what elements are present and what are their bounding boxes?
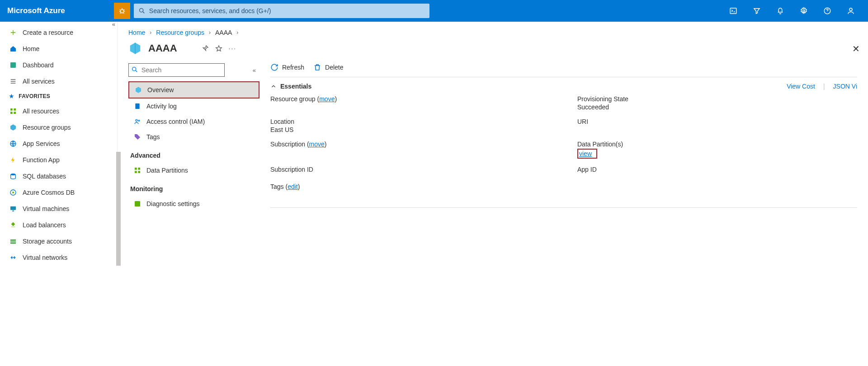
topbar: Microsoft Azure: [0, 0, 868, 22]
move-rg-link[interactable]: move: [319, 95, 335, 103]
feedback-icon[interactable]: [841, 1, 861, 21]
svg-rect-15: [10, 206, 16, 210]
grid-icon: [9, 107, 17, 115]
star-icon: ★: [9, 93, 14, 99]
essentials-header: Essentials View Cost | JSON Vi: [270, 77, 857, 95]
people-icon: [134, 118, 141, 125]
breadcrumb-home[interactable]: Home: [128, 29, 145, 36]
nav-home[interactable]: Home: [0, 41, 117, 57]
submenu-label: Activity log: [146, 103, 177, 110]
svg-point-0: [120, 9, 124, 13]
submenu-overview[interactable]: Overview: [128, 81, 259, 99]
cloud-shell-icon[interactable]: [723, 1, 743, 21]
nav-all-services[interactable]: All services: [0, 73, 117, 89]
collapse-submenu-icon[interactable]: «: [253, 67, 256, 74]
nav-virtual-machines[interactable]: Virtual machines: [0, 201, 117, 217]
svg-rect-23: [135, 168, 137, 170]
field-subscription: Subscription (move): [270, 141, 550, 159]
svg-rect-17: [10, 241, 16, 242]
chevron-right-icon: ›: [209, 29, 211, 36]
chevron-right-icon: ›: [236, 29, 238, 36]
globe-icon: [9, 140, 17, 148]
log-icon: [134, 103, 141, 110]
global-search[interactable]: [134, 4, 429, 18]
breadcrumb: Home › Resource groups › AAAA ›: [128, 29, 857, 36]
svg-rect-6: [10, 62, 16, 68]
nav-label: Load balancers: [23, 221, 66, 229]
button-label: Delete: [325, 64, 343, 71]
view-cost-link[interactable]: View Cost: [787, 83, 815, 90]
tag-icon: [134, 133, 141, 141]
star-outline-icon[interactable]: [215, 45, 222, 52]
notifications-icon[interactable]: [770, 1, 790, 21]
cube-icon: [135, 86, 142, 94]
divider: [270, 207, 857, 208]
submenu-access-control[interactable]: Access control (IAM): [128, 114, 259, 129]
submenu-label: Diagnostic settings: [146, 200, 200, 207]
page-title: AAAA: [148, 42, 177, 54]
svg-rect-18: [10, 243, 16, 244]
global-search-input[interactable]: [149, 7, 425, 14]
svg-rect-16: [10, 239, 16, 241]
database-icon: [9, 172, 17, 180]
close-icon[interactable]: ✕: [852, 43, 860, 54]
submenu-data-partitions[interactable]: Data Partitions: [128, 163, 259, 178]
svg-rect-7: [10, 108, 13, 111]
search-icon: [138, 7, 146, 14]
nav-app-services[interactable]: App Services: [0, 136, 117, 152]
breadcrumb-rg[interactable]: Resource groups: [156, 29, 204, 36]
json-view-link[interactable]: JSON Vi: [833, 83, 857, 90]
button-label: Refresh: [282, 64, 304, 71]
nav-function-app[interactable]: Function App: [0, 152, 117, 168]
submenu-heading-advanced: Advanced: [128, 145, 259, 163]
edit-tags-link[interactable]: edit: [288, 183, 298, 190]
help-icon[interactable]: [817, 1, 837, 21]
nav-virtual-networks[interactable]: Virtual networks: [0, 249, 117, 266]
field-app-id: App ID: [577, 166, 857, 173]
svg-point-14: [12, 192, 14, 193]
filter-icon[interactable]: [747, 1, 767, 21]
refresh-button[interactable]: Refresh: [270, 63, 304, 71]
nav-label: Virtual networks: [23, 254, 67, 261]
submenu-diagnostic-settings[interactable]: Diagnostic settings: [128, 196, 259, 211]
collapse-leftnav-icon[interactable]: «: [112, 21, 115, 28]
nav-load-balancers[interactable]: Load balancers: [0, 217, 117, 233]
field-subscription-id: Subscription ID: [270, 166, 550, 173]
bolt-icon: [9, 156, 17, 164]
svg-rect-10: [14, 112, 16, 114]
more-icon[interactable]: ···: [229, 45, 237, 52]
detail-pane: Refresh Delete Essentials View Cost | JS…: [270, 63, 857, 211]
settings-icon[interactable]: [794, 1, 814, 21]
move-sub-link[interactable]: move: [309, 141, 325, 148]
svg-point-1: [139, 9, 143, 12]
load-balancer-icon: [9, 221, 17, 229]
svg-point-21: [136, 119, 137, 121]
field-data-partitions: Data Partition(s) view: [577, 141, 857, 159]
submenu-tags[interactable]: Tags: [128, 129, 259, 145]
delete-button[interactable]: Delete: [313, 63, 343, 71]
chevron-up-icon[interactable]: [270, 83, 277, 89]
nav-resource-groups[interactable]: Resource groups: [0, 119, 117, 136]
submenu-search-input[interactable]: [128, 63, 225, 77]
grid-icon: [134, 167, 141, 174]
search-icon: [131, 66, 138, 73]
home-icon: [9, 45, 17, 53]
toolbar: Refresh Delete: [270, 63, 857, 77]
pin-icon[interactable]: [202, 45, 209, 52]
nav-all-resources[interactable]: All resources: [0, 103, 117, 119]
svg-point-22: [138, 120, 140, 122]
debug-icon[interactable]: [114, 3, 130, 19]
nav-cosmos-db[interactable]: Azure Cosmos DB: [0, 184, 117, 201]
nav-storage-accounts[interactable]: Storage accounts: [0, 233, 117, 249]
submenu-label: Overview: [147, 86, 174, 94]
submenu-activity-log[interactable]: Activity log: [128, 99, 259, 114]
nav-create-resource[interactable]: Create a resource: [0, 24, 117, 41]
nav-dashboard[interactable]: Dashboard: [0, 57, 117, 73]
left-nav: « Create a resource Home Dashboard All s…: [0, 22, 118, 266]
view-partitions-link[interactable]: view: [579, 150, 592, 157]
nav-sql-databases[interactable]: SQL databases: [0, 168, 117, 184]
svg-rect-8: [14, 108, 16, 111]
separator: |: [823, 83, 825, 90]
svg-rect-20: [135, 103, 139, 109]
chart-icon: [134, 200, 141, 207]
